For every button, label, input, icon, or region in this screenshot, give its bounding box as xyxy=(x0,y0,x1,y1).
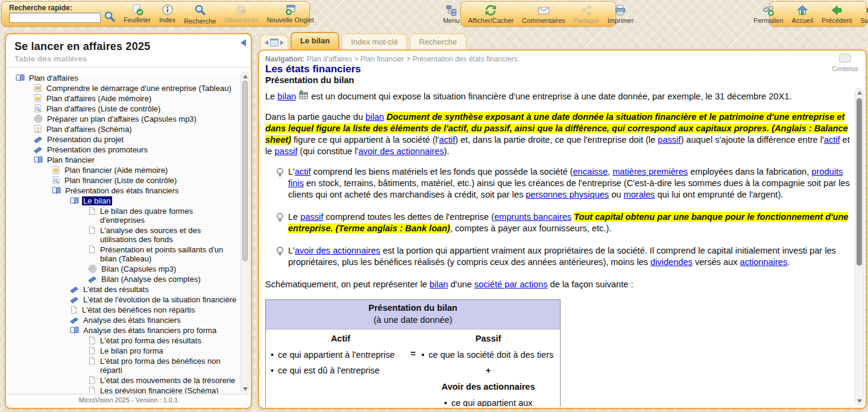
recherche-button[interactable]: Recherche xyxy=(180,2,219,26)
page-subtitle: Présentation du bilan xyxy=(265,75,354,85)
toc-item[interactable]: L'état pro forma des bénéfices non répar… xyxy=(7,356,241,375)
contenus-button[interactable]: Contenus xyxy=(831,54,860,72)
content-link[interactable]: emprunts bancaires xyxy=(494,212,571,222)
toc-item[interactable]: L'analyse des sources et des utilisation… xyxy=(7,225,241,245)
content-link[interactable]: bilan xyxy=(365,112,384,122)
contenus-icon xyxy=(839,54,851,63)
content-link[interactable]: encaisse xyxy=(573,167,608,176)
afficher-cacher-button[interactable]: Afficher/Cacher xyxy=(464,2,517,25)
feuilleter-button[interactable]: Feuilleter xyxy=(120,2,154,25)
sidebar-collapse-icon[interactable] xyxy=(241,39,246,46)
content-link[interactable]: avoir des actionnaires xyxy=(359,146,444,156)
toc-item[interactable]: L'état des résultats xyxy=(7,284,241,295)
quick-search-button[interactable] xyxy=(103,10,116,23)
toc-item-label: Bilan (Analyse des comptes) xyxy=(100,275,202,284)
toc-item[interactable]: Le bilan xyxy=(7,196,241,206)
page-icon xyxy=(88,336,96,345)
toc-item[interactable]: Bilan (Capsules mp3) xyxy=(7,264,241,274)
toc-item[interactable]: Le bilan des quatre formes d'entreprises xyxy=(7,206,241,225)
content-link[interactable]: avoir des actionnaires xyxy=(295,246,380,255)
toc-item[interactable]: Analyse des états financiers xyxy=(7,315,241,325)
commentaires-button[interactable]: Commentaires xyxy=(518,2,569,25)
toc-item[interactable]: Présentation du projet xyxy=(7,134,241,145)
toc-item[interactable]: Présentation des promoteurs xyxy=(7,145,241,155)
toc-item[interactable]: L'état des bénéfices non répartis xyxy=(7,305,241,315)
suivant-button[interactable]: Suivant xyxy=(857,2,868,25)
tab-recherche[interactable]: Recherche xyxy=(409,33,467,49)
content-link[interactable]: dividendes xyxy=(650,257,693,267)
page-schema-icon xyxy=(34,125,42,133)
breadcrumb-item[interactable]: Plan d'affaires xyxy=(307,55,352,63)
content-scrollbar[interactable] xyxy=(855,88,864,405)
sidebar-scroll-thumb[interactable] xyxy=(242,81,248,261)
tab-le-bilan[interactable]: Le bilan xyxy=(291,32,339,49)
scroll-up-icon[interactable] xyxy=(855,89,863,96)
content-link[interactable]: actionnaires xyxy=(740,257,788,267)
page-icon xyxy=(88,386,96,393)
toc-item[interactable]: Le bilan pro forma xyxy=(7,346,241,356)
precedent-button[interactable]: Précédent xyxy=(818,2,855,25)
breadcrumb-items: Plan d'affaires > Plan financier > Prése… xyxy=(307,55,520,63)
index-icon xyxy=(162,4,174,16)
tab-scroller[interactable] xyxy=(260,34,289,49)
toc-item[interactable]: Plan d'affaires (Aide mémoire) xyxy=(7,93,241,104)
toc-item[interactable]: Analyse des états financiers pro forma xyxy=(7,325,241,336)
tab-scroll-left-icon[interactable] xyxy=(265,40,268,45)
toc-item[interactable]: Bilan (Analyse des comptes) xyxy=(7,274,241,284)
content-link[interactable]: actif xyxy=(824,135,840,145)
toc-item[interactable]: Plan d'affaires xyxy=(7,73,241,83)
toc-item[interactable]: Comprendre le démarrage d'une entreprise… xyxy=(7,83,241,93)
toc-item[interactable]: Présentation et points saillants d'un bi… xyxy=(7,245,241,264)
bulb-icon xyxy=(276,167,284,201)
toc-item[interactable]: Préparer un plan d'affaires (Capsules mp… xyxy=(7,114,241,124)
toc-item-label: L'état des résultats xyxy=(82,285,150,294)
content-link[interactable]: passif xyxy=(274,146,297,156)
partager-icon xyxy=(580,4,593,16)
content-link[interactable]: bilan xyxy=(277,92,296,101)
scroll-up-icon[interactable] xyxy=(241,73,249,80)
content-scroll-thumb[interactable] xyxy=(857,98,862,266)
content-link[interactable]: actif xyxy=(295,167,311,176)
content-link[interactable]: actif xyxy=(439,135,455,145)
menu-icon xyxy=(445,4,458,16)
content-link[interactable]: morales xyxy=(624,190,655,199)
permalien-button[interactable]: Permalien xyxy=(750,2,787,25)
content-link[interactable]: bilan xyxy=(430,279,448,289)
toc-item[interactable]: Plan d'affaires (Schéma) xyxy=(7,124,241,134)
content-link[interactable]: personnes physiques xyxy=(526,190,609,199)
toc-item[interactable]: Les prévision financière (Schéma) xyxy=(7,385,241,393)
toolbar-left-buttons: FeuilleterIndexRechercheDésarrimezNouvel… xyxy=(120,2,318,26)
toc-item[interactable]: Plan financier (Aide mémoire) xyxy=(7,165,241,175)
imprimer-button[interactable]: Imprimer xyxy=(604,2,637,25)
breadcrumb-item[interactable]: Présentation des états financiers: xyxy=(412,55,519,63)
toc-item[interactable]: L'état de l'évolution de la situation fi… xyxy=(7,295,241,305)
menu-button[interactable]: Menu xyxy=(439,2,464,25)
toc-item[interactable]: L'état pro forma des résultats xyxy=(7,336,241,346)
toc-item[interactable]: Présentation des états financiers xyxy=(7,186,241,196)
scroll-down-icon[interactable] xyxy=(855,397,863,404)
bilan-table-title: Présentation du bilan xyxy=(268,302,558,314)
content-link[interactable]: société par actions xyxy=(474,279,548,289)
toc-item[interactable]: Plan d'affaires (Liste de contrôle) xyxy=(7,104,241,114)
tab-index-mot-cl-[interactable]: Index mot-clé xyxy=(341,33,407,49)
index-button[interactable]: Index xyxy=(156,2,179,25)
scroll-down-icon[interactable] xyxy=(241,385,249,392)
nouvelle-onglet-button[interactable]: Nouvelle Onglet xyxy=(263,2,318,25)
breadcrumb-item[interactable]: Plan financier xyxy=(360,55,404,63)
content-link[interactable]: produits finis xyxy=(288,167,843,188)
tab-scroll-right-icon[interactable] xyxy=(280,40,284,45)
page-check-icon xyxy=(34,104,42,113)
toc-item[interactable]: L'état des mouvements de la trésorerie xyxy=(7,375,241,385)
quick-search-input[interactable] xyxy=(9,13,101,23)
content-link[interactable]: passif xyxy=(300,212,323,222)
toc-item[interactable]: Plan financier (Liste de contrôle) xyxy=(7,175,241,186)
content-link[interactable]: passif xyxy=(658,135,681,145)
toc-item[interactable]: Plan financier xyxy=(7,155,241,165)
content-link[interactable]: matières premières xyxy=(612,167,688,176)
accueil-button[interactable]: Accueil xyxy=(788,2,817,25)
bilan-table-header: Présentation du bilan (à une date donnée… xyxy=(266,300,560,329)
feuilleter-button-label: Feuilleter xyxy=(124,16,151,23)
sidebar-scrollbar[interactable] xyxy=(241,72,250,393)
afficher-cacher-button-label: Afficher/Cacher xyxy=(468,17,514,24)
book-closed-icon xyxy=(34,145,43,154)
